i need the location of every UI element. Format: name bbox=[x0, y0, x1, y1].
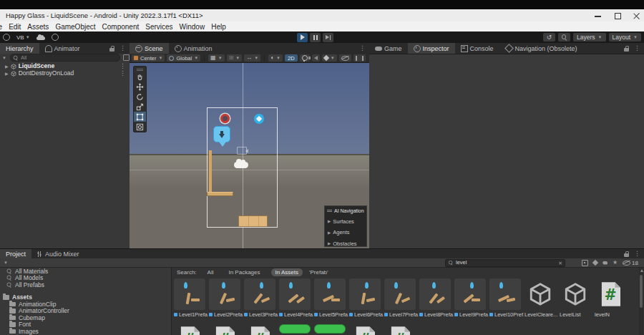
menu-services[interactable]: Services bbox=[145, 23, 172, 31]
nav-overlay-row[interactable]: ▶Obstacles bbox=[325, 241, 366, 247]
asset-item[interactable]: Level9Prefa... bbox=[454, 278, 489, 318]
nav-overlay-row[interactable]: ▶Agents bbox=[325, 229, 366, 236]
create-dropdown[interactable]: ▼ bbox=[2, 56, 6, 60]
grid-scrollbar[interactable] bbox=[639, 268, 643, 335]
pause-button[interactable] bbox=[310, 33, 321, 42]
camera-gizmo[interactable] bbox=[237, 147, 247, 155]
tree-folder-item[interactable]: Font bbox=[0, 321, 171, 329]
search-filter-icon[interactable] bbox=[123, 54, 130, 61]
menu-assets[interactable]: Assets bbox=[27, 23, 49, 31]
asset-item[interactable]: LevelList bbox=[560, 278, 595, 318]
create-menu-dropdown[interactable]: ▼ bbox=[4, 261, 8, 265]
account-dropdown[interactable]: VB▼ bbox=[16, 34, 30, 41]
saved-search-item[interactable]: All Materials bbox=[0, 268, 171, 275]
asset-item[interactable]: Level4Prefa... bbox=[279, 278, 314, 318]
asset-item[interactable]: #levelN bbox=[595, 278, 630, 318]
snap-settings-dropdown[interactable]: ⊞▼ bbox=[227, 54, 243, 62]
tab-project[interactable]: Project bbox=[0, 249, 31, 258]
project-search-input[interactable]: level ✕ bbox=[445, 259, 565, 267]
asset-item[interactable]: Level5Prefa... bbox=[314, 278, 349, 318]
overlay-drag-handle[interactable] bbox=[327, 210, 332, 210]
asset-item[interactable]: # bbox=[174, 323, 209, 335]
open-in-search-button[interactable] bbox=[582, 260, 588, 266]
filter-by-type-button[interactable] bbox=[592, 260, 598, 266]
expand-arrow-icon[interactable]: ▶ bbox=[5, 71, 9, 76]
tree-folder-item[interactable]: Images bbox=[0, 328, 171, 335]
tool-pivot-dropdown[interactable]: Global▼ bbox=[167, 54, 200, 62]
expand-arrow-icon[interactable]: ▶ bbox=[328, 219, 331, 223]
clear-search-icon[interactable]: ✕ bbox=[558, 261, 562, 266]
water-spawner-gizmo[interactable] bbox=[213, 126, 230, 142]
menu-window[interactable]: Window bbox=[180, 23, 205, 31]
search-scope-all[interactable]: All bbox=[203, 268, 218, 276]
tree-folder-item[interactable]: AnimationClip bbox=[0, 301, 171, 308]
filter-by-label-button[interactable] bbox=[602, 261, 608, 265]
hierarchy-item[interactable]: ▶DontDestroyOnLoad⋮ bbox=[0, 69, 130, 77]
asset-item[interactable]: # bbox=[349, 323, 384, 335]
tab-hierarchy[interactable]: Hierarchy bbox=[0, 43, 39, 54]
asset-item[interactable]: Level1Prefa... bbox=[174, 278, 209, 318]
layout-dropdown[interactable]: Layout▼ bbox=[609, 33, 641, 42]
wall-vertical[interactable] bbox=[208, 150, 212, 192]
asset-item[interactable]: Level10Pref... bbox=[489, 278, 525, 318]
green-asset-thumbnail[interactable] bbox=[279, 324, 311, 334]
saved-search-item[interactable]: All Models bbox=[0, 275, 171, 282]
asset-item[interactable]: Level8Prefa... bbox=[419, 278, 454, 318]
close-button[interactable] bbox=[633, 12, 640, 19]
maximize-button[interactable] bbox=[614, 12, 620, 19]
cloud-sprite[interactable] bbox=[234, 162, 248, 168]
effects-dropdown[interactable]: ▼ bbox=[322, 54, 337, 62]
grid-axis-dropdown[interactable]: ↔▼ bbox=[244, 54, 260, 62]
view-tool-button[interactable] bbox=[134, 72, 146, 82]
audio-toggle[interactable] bbox=[312, 54, 320, 62]
search-button[interactable] bbox=[558, 33, 570, 42]
step-button[interactable] bbox=[323, 33, 333, 42]
asset-item[interactable]: Level7Prefa... bbox=[384, 278, 419, 318]
rotate-tool-button[interactable] bbox=[134, 92, 146, 102]
lock-icon[interactable] bbox=[624, 46, 629, 52]
tree-root-assets[interactable]: Assets bbox=[0, 294, 171, 301]
expand-arrow-icon[interactable]: ▶ bbox=[328, 241, 331, 246]
tab-animation[interactable]: Animation bbox=[169, 43, 218, 54]
minimize-button[interactable] bbox=[595, 12, 601, 19]
saved-search-item[interactable]: All Prefabs bbox=[0, 281, 171, 288]
nav-overlay-row[interactable]: ▶Surfaces bbox=[325, 218, 366, 225]
hierarchy-item[interactable]: ▶LiquidScene⋮ bbox=[0, 62, 130, 69]
search-scope-in-assets[interactable]: In Assets bbox=[271, 268, 303, 276]
transform-tool-button[interactable] bbox=[134, 122, 146, 132]
lock-icon[interactable] bbox=[109, 46, 114, 52]
overlay-drag-handle[interactable] bbox=[134, 67, 146, 72]
menu-file[interactable]: File bbox=[0, 23, 2, 31]
menu-gameobject[interactable]: GameObject bbox=[55, 23, 95, 31]
hidden-objects-toggle[interactable] bbox=[339, 54, 351, 62]
history-button[interactable]: ↺ bbox=[543, 33, 555, 42]
tab-audio-mixer[interactable]: Audio Mixer bbox=[31, 249, 85, 258]
tab-animator[interactable]: Animator bbox=[39, 43, 86, 54]
hierarchy-search-input[interactable]: All bbox=[10, 54, 120, 62]
asset-item[interactable]: LevelCleare... bbox=[525, 278, 560, 318]
move-tool-button[interactable] bbox=[134, 82, 146, 92]
version-control-icon[interactable] bbox=[3, 34, 10, 41]
asset-item[interactable]: # bbox=[209, 323, 244, 335]
undo-history-icon[interactable] bbox=[52, 34, 59, 41]
asset-item[interactable]: Level2Prefa... bbox=[209, 278, 244, 318]
panel-menu-icon[interactable]: ⋮ bbox=[119, 45, 126, 52]
panel-menu-icon[interactable]: ⋮ bbox=[634, 251, 640, 257]
panel-menu-icon[interactable]: ⋮ bbox=[634, 45, 640, 52]
red-circle-gizmo[interactable] bbox=[220, 114, 230, 123]
camera-settings-button[interactable] bbox=[353, 54, 366, 62]
expand-arrow-icon[interactable]: ▶ bbox=[5, 64, 9, 69]
play-button[interactable] bbox=[297, 33, 308, 42]
tool-handle-dropdown[interactable]: Center▼ bbox=[132, 54, 165, 62]
layers-dropdown[interactable]: Layers▼ bbox=[573, 33, 605, 42]
platform-block[interactable] bbox=[238, 215, 268, 227]
cloud-services-icon[interactable] bbox=[36, 37, 45, 40]
tab-inspector[interactable]: Inspector bbox=[408, 43, 455, 54]
tab-navigation-obsolete-[interactable]: Navigation (Obsolete) bbox=[499, 43, 583, 54]
hidden-packages-count[interactable]: 18 bbox=[623, 260, 638, 266]
scroll-up-arrow[interactable] bbox=[640, 269, 643, 272]
save-search-star-icon[interactable]: ★ bbox=[613, 260, 618, 266]
asset-item[interactable]: # bbox=[244, 323, 279, 335]
menu-help[interactable]: Help bbox=[211, 23, 226, 31]
scrollbar-thumb[interactable] bbox=[640, 275, 643, 308]
